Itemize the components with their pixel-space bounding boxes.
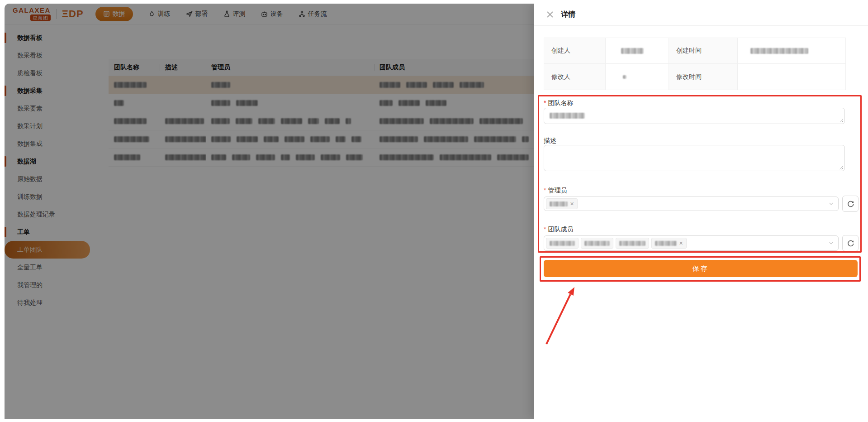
tag-close-icon[interactable]: ✕ (679, 241, 683, 246)
redacted-text (750, 48, 808, 54)
required-mark: * (544, 225, 546, 233)
admin-field-row: ✕ (544, 197, 859, 211)
redacted-text (623, 75, 626, 79)
created-by-value (606, 38, 669, 64)
created-at-value (738, 38, 845, 64)
redacted-text (584, 241, 610, 246)
required-mark: * (544, 187, 546, 194)
members-field-row: ✕ (544, 235, 859, 251)
modified-at-value (738, 64, 845, 90)
modified-at-label: 修改时间 (669, 64, 738, 90)
modified-by-value (606, 64, 669, 90)
members-refresh-button[interactable] (842, 235, 859, 251)
created-by-label: 创建人 (544, 38, 606, 64)
redacted-text (550, 241, 575, 246)
required-mark: * (544, 99, 546, 106)
chevron-down-icon (829, 241, 834, 246)
modified-by-label: 修改人 (544, 64, 606, 90)
created-at-label: 创建时间 (669, 38, 738, 64)
details-drawer: 详情 创建人 创建时间 修改人 修改时间 *团队名称 描述 (534, 4, 868, 419)
drawer-title: 详情 (561, 10, 575, 19)
reload-icon (847, 200, 854, 208)
resize-grip-icon[interactable] (839, 118, 843, 122)
selected-tag (581, 238, 613, 249)
redacted-text (621, 48, 644, 54)
close-icon[interactable] (546, 11, 554, 18)
description-label: 描述 (544, 137, 556, 145)
members-label: *团队成员 (544, 225, 573, 234)
admin-label: *管理员 (544, 187, 567, 195)
redacted-text (550, 113, 585, 119)
selected-tag: ✕ (546, 198, 578, 209)
selected-tag (616, 238, 649, 249)
save-button[interactable]: 保存 (544, 260, 858, 277)
tag-close-icon[interactable]: ✕ (570, 201, 574, 206)
team-name-label: *团队名称 (544, 99, 573, 107)
description-input[interactable] (544, 145, 845, 171)
app-window: GALAXEA 星海图 ΞDP 数据训练部署评测设备任务流 数据看板数采看板质检… (5, 4, 868, 419)
team-name-input[interactable] (544, 108, 845, 124)
reload-icon (847, 240, 854, 247)
redacted-text (619, 241, 645, 246)
admin-select[interactable]: ✕ (544, 197, 839, 211)
annotation-arrow (539, 281, 589, 349)
meta-info-table: 创建人 创建时间 修改人 修改时间 (544, 38, 846, 90)
redacted-text (550, 201, 568, 206)
chevron-down-icon (829, 201, 834, 206)
redacted-text (655, 241, 677, 246)
resize-grip-icon[interactable] (839, 165, 843, 169)
members-select[interactable]: ✕ (544, 235, 839, 251)
admin-refresh-button[interactable] (842, 196, 859, 212)
selected-tag (546, 238, 579, 249)
drawer-header: 详情 (534, 4, 868, 26)
selected-tag: ✕ (651, 238, 687, 249)
